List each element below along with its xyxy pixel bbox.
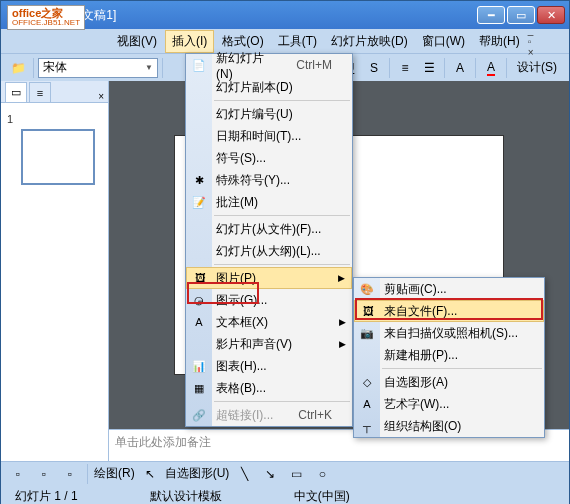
menu-tools[interactable]: 工具(T) [272, 31, 323, 52]
bullets-icon[interactable]: ☰ [418, 57, 440, 79]
submenu-wordart[interactable]: A艺术字(W)... [354, 393, 544, 415]
autoshapes-menu[interactable]: 自选图形(U) [165, 465, 230, 482]
font-combo[interactable]: 宋体 [38, 58, 158, 78]
special-char-icon: ✱ [190, 174, 208, 187]
arrow-icon[interactable]: ↘ [259, 463, 281, 485]
hyperlink-icon: 🔗 [190, 409, 208, 422]
titlebar: rPoint - [演示文稿1] ━ ▭ ✕ [1, 1, 569, 29]
font-color-icon[interactable]: A [480, 57, 502, 79]
design-button[interactable]: 设计(S) [511, 57, 563, 78]
menu-table[interactable]: ▦表格(B)... [186, 377, 352, 399]
menu-chart[interactable]: 📊图表(H)... [186, 355, 352, 377]
orgchart-icon: ┬ [358, 420, 376, 432]
menu-slideshow[interactable]: 幻灯片放映(D) [325, 31, 414, 52]
doc-controls[interactable]: _ ▫ × [528, 25, 540, 58]
line-icon[interactable]: ╲ [233, 463, 255, 485]
logo-overlay: office之家 OFFICE.JB51.NET [7, 5, 85, 30]
clipart-icon: 🎨 [358, 283, 376, 296]
from-file-icon: 🖼 [359, 305, 377, 317]
menu-diagram[interactable]: ◶图示(G)... [186, 289, 352, 311]
menu-insert[interactable]: 插入(I) [165, 30, 214, 53]
oval-icon[interactable]: ○ [311, 463, 333, 485]
chevron-right-icon: ▶ [339, 317, 346, 327]
align-left-icon[interactable]: ≡ [394, 57, 416, 79]
thumb-number: 1 [7, 113, 13, 125]
new-slide-icon: 📄 [190, 59, 208, 72]
menu-picture[interactable]: 🖼图片(P)▶ [186, 267, 352, 289]
submenu-from-file[interactable]: 🖼来自文件(F)... [354, 300, 544, 322]
status-template: 默认设计模板 [144, 488, 228, 505]
menu-dup-slide[interactable]: 幻灯片副本(D) [186, 76, 352, 98]
menu-textbox[interactable]: A文本框(X)▶ [186, 311, 352, 333]
draw-menu[interactable]: 绘图(R) [94, 465, 135, 482]
comment-icon: 📝 [190, 196, 208, 209]
submenu-new-album[interactable]: 新建相册(P)... [354, 344, 544, 366]
select-icon[interactable]: ↖ [139, 463, 161, 485]
menu-help[interactable]: 帮助(H) [473, 31, 526, 52]
font-increase-icon[interactable]: A [449, 57, 471, 79]
menu-slides-from-file[interactable]: 幻灯片(从文件)(F)... [186, 218, 352, 240]
rect-icon[interactable]: ▭ [285, 463, 307, 485]
status-slide: 幻灯片 1 / 1 [9, 488, 84, 505]
diagram-icon: ◶ [190, 294, 208, 307]
menu-format[interactable]: 格式(O) [216, 31, 269, 52]
picture-icon: 🖼 [191, 272, 209, 284]
submenu-org-chart[interactable]: ┬组织结构图(O) [354, 415, 544, 437]
drawing-toolbar: ▫ ▫ ▫ 绘图(R) ↖ 自选图形(U) ╲ ↘ ▭ ○ [1, 461, 569, 485]
menu-new-slide[interactable]: 📄新幻灯片(N)Ctrl+M [186, 54, 352, 76]
autoshapes-icon: ◇ [358, 376, 376, 389]
menu-comment[interactable]: 📝批注(M) [186, 191, 352, 213]
menu-slide-number[interactable]: 幻灯片编号(U) [186, 103, 352, 125]
chevron-right-icon: ▶ [339, 339, 346, 349]
textbox-icon: A [190, 316, 208, 328]
menu-date-time[interactable]: 日期和时间(T)... [186, 125, 352, 147]
tab-outline[interactable]: ≡ [29, 82, 51, 102]
close-button[interactable]: ✕ [537, 6, 565, 24]
statusbar: 幻灯片 1 / 1 默认设计模板 中文(中国) [1, 485, 569, 504]
menu-slides-from-outline[interactable]: 幻灯片(从大纲)(L)... [186, 240, 352, 262]
menu-special-char[interactable]: ✱特殊符号(Y)... [186, 169, 352, 191]
minimize-button[interactable]: ━ [477, 6, 505, 24]
scanner-icon: 📷 [358, 327, 376, 340]
menu-movie-sound[interactable]: 影片和声音(V)▶ [186, 333, 352, 355]
menu-view[interactable]: 视图(V) [111, 31, 163, 52]
menu-window[interactable]: 窗口(W) [416, 31, 471, 52]
menu-hyperlink[interactable]: 🔗超链接(I)...Ctrl+K [186, 404, 352, 426]
submenu-from-scanner[interactable]: 📷来自扫描仪或照相机(S)... [354, 322, 544, 344]
view-sorter-icon[interactable]: ▫ [33, 463, 55, 485]
table-icon: ▦ [190, 382, 208, 395]
tab-thumbnails[interactable]: ▭ [5, 82, 27, 102]
menu-symbol[interactable]: 符号(S)... [186, 147, 352, 169]
open-icon[interactable]: 📁 [7, 57, 29, 79]
insert-menu: 📄新幻灯片(N)Ctrl+M 幻灯片副本(D) 幻灯片编号(U) 日期和时间(T… [185, 53, 353, 427]
slides-panel: ▭ ≡ × 1 [1, 81, 109, 461]
submenu-autoshapes[interactable]: ◇自选图形(A) [354, 371, 544, 393]
maximize-button[interactable]: ▭ [507, 6, 535, 24]
picture-submenu: 🎨剪贴画(C)... 🖼来自文件(F)... 📷来自扫描仪或照相机(S)... … [353, 277, 545, 438]
view-normal-icon[interactable]: ▫ [7, 463, 29, 485]
shadow-button[interactable]: S [363, 57, 385, 79]
status-lang: 中文(中国) [288, 488, 356, 505]
view-show-icon[interactable]: ▫ [59, 463, 81, 485]
panel-close-icon[interactable]: × [98, 91, 104, 102]
chevron-right-icon: ▶ [338, 273, 345, 283]
slide-thumbnail[interactable] [21, 129, 95, 185]
chart-icon: 📊 [190, 360, 208, 373]
menubar: 视图(V) 插入(I) 格式(O) 工具(T) 幻灯片放映(D) 窗口(W) 帮… [1, 29, 569, 53]
submenu-clipart[interactable]: 🎨剪贴画(C)... [354, 278, 544, 300]
wordart-icon: A [358, 398, 376, 410]
